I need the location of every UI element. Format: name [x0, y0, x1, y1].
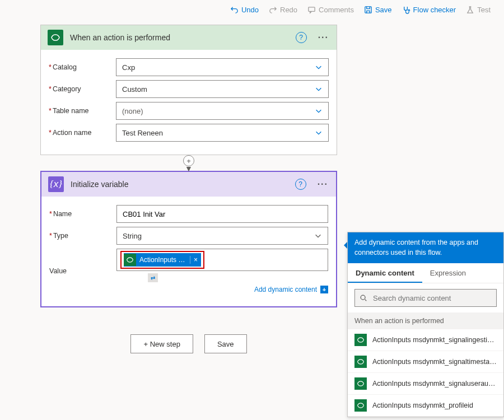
- save-button[interactable]: Save: [364, 6, 392, 14]
- flow-checker-label: Flow checker: [413, 6, 456, 14]
- help-icon[interactable]: ?: [296, 32, 307, 43]
- save-icon: [364, 6, 372, 14]
- dynamic-item-label: ActionInputs msdynmkt_profileid: [372, 402, 473, 409]
- more-icon[interactable]: ···: [317, 32, 330, 43]
- chevron-down-icon: [315, 63, 323, 71]
- flask-icon: [466, 6, 474, 14]
- name-input[interactable]: [116, 205, 328, 223]
- token-remove-button[interactable]: ×: [190, 256, 201, 264]
- redo-label: Redo: [280, 6, 297, 14]
- bottom-button-row: + New step Save: [40, 334, 337, 353]
- save-flow-button[interactable]: Save: [204, 334, 247, 353]
- trigger-card: When an action is performed ? ··· *Catal…: [40, 25, 337, 155]
- action-card-header[interactable]: {x} Initialize variable ? ···: [41, 172, 336, 197]
- redo-icon: [269, 6, 277, 14]
- table-select[interactable]: (none): [116, 102, 329, 120]
- table-label: *Table name: [49, 107, 116, 115]
- connector: + ▼: [40, 155, 337, 171]
- token-picker-handle[interactable]: ⇄: [148, 273, 158, 282]
- undo-label: Undo: [241, 6, 259, 14]
- chevron-down-icon: [315, 107, 323, 115]
- test-button[interactable]: Test: [466, 6, 491, 14]
- dataverse-icon: [48, 30, 63, 45]
- dynamic-content-search[interactable]: [354, 289, 497, 307]
- command-bar: Undo Redo Comments Save Flow checker Tes…: [0, 0, 504, 19]
- type-select[interactable]: String: [116, 227, 328, 245]
- undo-icon: [230, 6, 239, 14]
- redo-button: Redo: [269, 6, 297, 14]
- dynamic-content-item[interactable]: ActionInputs msdynmkt_signaluserauthid: [348, 373, 503, 395]
- comment-icon: [307, 6, 316, 14]
- more-icon[interactable]: ···: [316, 179, 329, 189]
- dynamic-content-item[interactable]: ActionInputs msdynmkt_signalingestiontim…: [348, 329, 503, 351]
- dynamic-section-header: When an action is performed: [348, 312, 503, 329]
- tab-expression[interactable]: Expression: [422, 263, 474, 283]
- chevron-down-icon: [315, 85, 323, 93]
- chevron-down-icon: [315, 129, 323, 137]
- comments-label: Comments: [319, 6, 354, 14]
- variable-icon: {x}: [48, 176, 64, 192]
- catalog-label: *Catalog: [49, 63, 116, 71]
- dynamic-content-banner: Add dynamic content from the apps and co…: [348, 232, 503, 263]
- undo-button[interactable]: Undo: [230, 6, 259, 14]
- category-select[interactable]: Custom: [116, 80, 329, 98]
- dataverse-icon: [354, 356, 367, 368]
- dynamic-content-panel: Add dynamic content from the apps and co…: [347, 232, 504, 417]
- value-label: Value: [49, 267, 116, 275]
- category-label: *Category: [49, 85, 116, 93]
- plus-icon: +: [320, 286, 328, 293]
- svg-point-2: [408, 10, 409, 11]
- svg-rect-1: [365, 6, 371, 12]
- flow-checker-button[interactable]: Flow checker: [402, 6, 456, 14]
- trigger-title: When an action is performed: [70, 33, 289, 42]
- token-text: ActionInputs m…: [138, 256, 190, 264]
- value-input[interactable]: ActionInputs m… ×: [116, 249, 328, 271]
- svg-rect-0: [309, 7, 315, 11]
- help-icon[interactable]: ?: [295, 179, 306, 190]
- dataverse-icon: [354, 334, 367, 346]
- search-input[interactable]: [372, 293, 492, 303]
- dataverse-icon: [354, 377, 367, 390]
- stethoscope-icon: [402, 6, 410, 14]
- tab-dynamic-content[interactable]: Dynamic content: [348, 263, 422, 283]
- test-label: Test: [477, 6, 491, 14]
- dynamic-item-label: ActionInputs msdynmkt_signalingestiontim…: [372, 336, 497, 344]
- name-label: *Name: [49, 210, 116, 218]
- arrow-down-icon: ▼: [185, 166, 193, 171]
- svg-point-3: [361, 295, 365, 300]
- save-label: Save: [375, 6, 392, 14]
- dynamic-items-list: ActionInputs msdynmkt_signalingestiontim…: [348, 329, 503, 417]
- chevron-down-icon: [314, 232, 322, 240]
- action-title: Initialize variable: [71, 180, 288, 189]
- highlight-annotation: ActionInputs m… ×: [120, 251, 204, 269]
- initialize-variable-card: {x} Initialize variable ? ··· *Name *Typ…: [40, 171, 337, 307]
- dynamic-item-label: ActionInputs msdynmkt_signaltimestamp: [372, 358, 497, 366]
- action-label: *Action name: [49, 129, 116, 137]
- catalog-select[interactable]: Cxp: [116, 58, 329, 76]
- dynamic-content-item[interactable]: ActionInputs msdynmkt_profileid: [348, 395, 503, 417]
- search-icon: [360, 294, 367, 302]
- trigger-body: *Catalog Cxp *Category Custom *Table nam…: [41, 50, 337, 155]
- action-select[interactable]: Test Reneen: [116, 124, 329, 142]
- action-body: *Name *Type String Value: [41, 197, 336, 306]
- dynamic-content-token[interactable]: ActionInputs m… ×: [124, 253, 201, 267]
- add-dynamic-content-link[interactable]: Add dynamic content +: [116, 286, 328, 293]
- trigger-card-header[interactable]: When an action is performed ? ···: [41, 25, 337, 50]
- dataverse-icon: [124, 254, 136, 266]
- dynamic-item-label: ActionInputs msdynmkt_signaluserauthid: [372, 380, 497, 388]
- new-step-button[interactable]: + New step: [130, 334, 193, 353]
- comments-button[interactable]: Comments: [307, 6, 354, 14]
- dataverse-icon: [354, 399, 367, 412]
- type-label: *Type: [49, 232, 116, 240]
- dynamic-content-tabs: Dynamic content Expression: [348, 263, 503, 283]
- dynamic-content-item[interactable]: ActionInputs msdynmkt_signaltimestamp: [348, 351, 503, 373]
